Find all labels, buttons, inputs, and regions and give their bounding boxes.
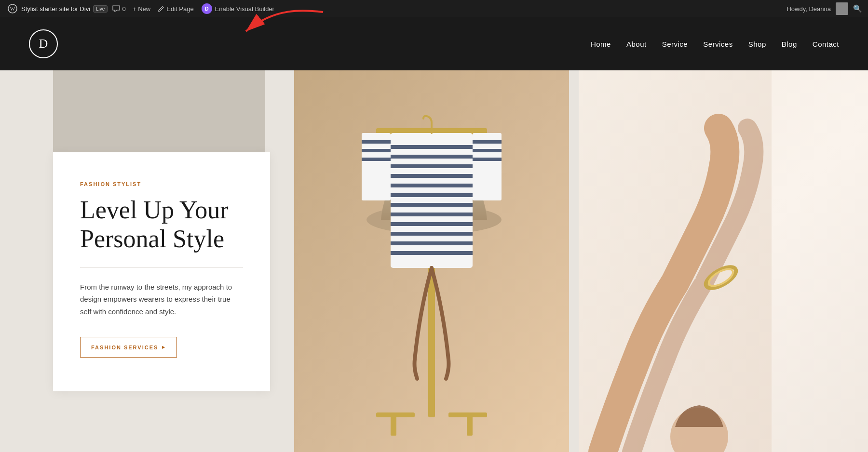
fashion-photo-right	[579, 70, 868, 452]
cta-label: Fashion Services	[91, 345, 158, 350]
svg-rect-26	[362, 149, 391, 152]
enable-visual-builder-label: Enable Visual Builder	[215, 5, 274, 13]
svg-rect-22	[391, 241, 473, 245]
svg-rect-20	[391, 222, 473, 226]
site-nav: Home About Service Services Shop Blog Co…	[591, 40, 839, 48]
svg-rect-18	[391, 203, 473, 207]
nav-item-services[interactable]: Services	[703, 40, 733, 48]
new-label: New	[138, 5, 150, 13]
site-header: D Home About Service Services Shop Blog …	[0, 17, 868, 70]
content-card: Fashion Stylist Level Up Your Personal S…	[53, 152, 270, 391]
nav-item-about[interactable]: About	[626, 40, 647, 48]
cta-arrow-icon: ▸	[162, 344, 166, 350]
site-name[interactable]: Stylist starter site for Divi	[21, 5, 90, 13]
nav-item-contact[interactable]: Contact	[813, 40, 839, 48]
live-badge: Live	[93, 5, 108, 13]
nav-item-blog[interactable]: Blog	[782, 40, 797, 48]
svg-rect-17	[391, 193, 473, 197]
svg-rect-15	[391, 174, 473, 178]
hero-section: Fashion Stylist Level Up Your Personal S…	[0, 70, 868, 452]
svg-rect-13	[391, 155, 473, 159]
comment-number: 0	[122, 5, 125, 13]
svg-rect-21	[391, 232, 473, 236]
edit-page-label: Edit Page	[166, 5, 193, 13]
svg-rect-19	[391, 213, 473, 216]
svg-rect-27	[362, 158, 391, 161]
category-label: Fashion Stylist	[80, 181, 243, 187]
divi-icon: D	[202, 3, 212, 14]
comment-count[interactable]: 0	[112, 5, 125, 13]
svg-rect-16	[391, 184, 473, 187]
hero-description: From the runway to the streets, my appro…	[80, 281, 243, 318]
hero-image-area	[183, 70, 868, 452]
svg-rect-11	[391, 133, 473, 268]
search-icon[interactable]: 🔍	[853, 4, 862, 13]
edit-page-button[interactable]: Edit Page	[154, 3, 197, 14]
user-avatar[interactable]	[836, 2, 848, 15]
svg-rect-8	[391, 416, 396, 436]
howdy-text: Howdy, Deanna	[787, 5, 831, 13]
svg-rect-25	[362, 140, 391, 144]
new-button[interactable]: + New	[129, 3, 155, 14]
svg-rect-29	[473, 140, 502, 144]
divi-logo[interactable]: D	[29, 29, 58, 58]
svg-rect-30	[473, 149, 502, 152]
enable-visual-builder-button[interactable]: D Enable Visual Builder	[198, 1, 278, 16]
nav-item-home[interactable]: Home	[591, 40, 611, 48]
svg-rect-12	[391, 145, 473, 149]
hero-divider	[80, 267, 243, 267]
nav-item-service[interactable]: Service	[662, 40, 688, 48]
nav-item-shop[interactable]: Shop	[748, 40, 766, 48]
wordpress-logo-icon[interactable]: W	[6, 2, 19, 15]
admin-bar: W Stylist starter site for Divi Live 0 +…	[0, 0, 868, 17]
svg-rect-14	[391, 164, 473, 168]
svg-text:W: W	[10, 6, 15, 12]
cta-button[interactable]: Fashion Services ▸	[80, 337, 177, 358]
fashion-photo-main	[294, 70, 569, 452]
plus-icon: +	[133, 5, 136, 13]
svg-rect-9	[467, 416, 473, 436]
svg-rect-31	[473, 158, 502, 161]
hero-title: Level Up Your Personal Style	[80, 196, 243, 253]
svg-rect-23	[391, 251, 473, 255]
